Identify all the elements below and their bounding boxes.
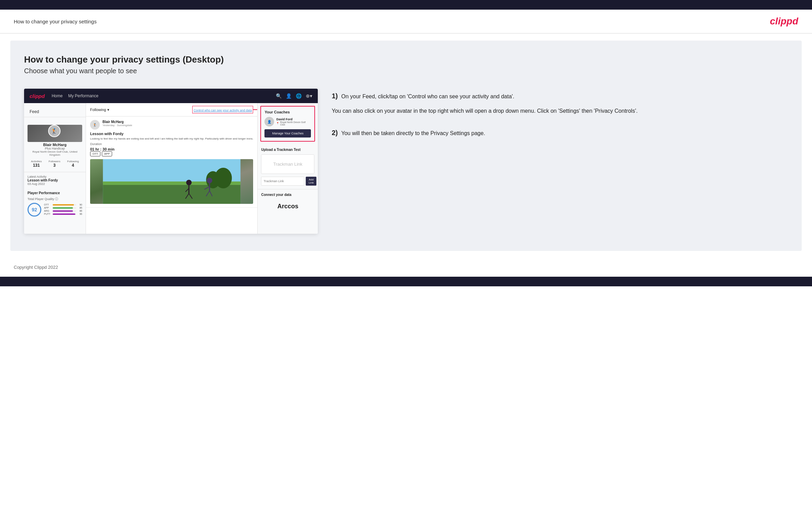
pp-title: Player Performance <box>28 191 82 195</box>
trackman-link-display: Trackman Link <box>261 154 314 174</box>
trackman-panel: Upload a Trackman Test Trackman Link Add… <box>258 144 318 189</box>
page-heading: How to change your privacy settings (Des… <box>24 54 788 65</box>
post-title: Lesson with Fordy <box>90 132 253 136</box>
bar-app: APP 85 <box>44 207 82 209</box>
post-avatar: 🏌 <box>90 120 100 130</box>
instruction-1-number: 1) <box>332 92 339 100</box>
page-subheading: Choose what you want people to see <box>24 67 788 75</box>
nav-my-performance: My Performance <box>68 93 98 98</box>
tag-app: APP <box>102 151 112 156</box>
coach-avatar: 👤 <box>264 117 274 126</box>
instruction-1: 1) On your Feed, click/tap on 'Control w… <box>332 92 788 115</box>
profile-avatar: 🏌 <box>48 125 61 137</box>
instruction-1-text-1: On your Feed, click/tap on 'Control who … <box>341 93 514 99</box>
pp-quality-label: Total Player Quality ⓘ <box>28 197 82 201</box>
post-duration-value: 01 hr : 30 min <box>90 147 253 151</box>
latest-activity-date: 03 Aug 2022 <box>28 182 82 186</box>
post-user-info: Blair McHarg Yesterday · Sunningdale <box>102 120 132 127</box>
tag-ott: OTT <box>90 151 100 156</box>
footer: Copyright Clippd 2022 <box>0 258 812 277</box>
latest-activity-title: Lesson with Fordy <box>28 178 82 182</box>
score-circle: 92 <box>28 203 41 217</box>
svg-point-5 <box>186 180 192 185</box>
header-title: How to change your privacy settings <box>14 19 97 24</box>
coach-info: David Ford 📍 Royal North Devon Golf Club <box>276 118 311 126</box>
app-mockup: clippd Home My Performance 🔍 👤 🌐 ⊕▾ <box>24 89 318 234</box>
golf-scene-svg <box>90 159 253 204</box>
feed-post: 🏌 Blair McHarg Yesterday · Sunningdale L… <box>86 117 257 208</box>
arccos-logo: Arccos <box>261 199 314 213</box>
post-duration-label: Duration <box>90 142 253 146</box>
instruction-1-header: 1) On your Feed, click/tap on 'Control w… <box>332 92 788 101</box>
app-nav: clippd Home My Performance 🔍 👤 🌐 ⊕▾ <box>24 89 318 103</box>
app-sidebar: Feed 🏌 Blair McHarg Plus Handicap Royal … <box>24 103 86 234</box>
main-content: How to change your privacy settings (Des… <box>10 41 802 251</box>
user-icon[interactable]: 👤 <box>286 93 292 99</box>
bar-ott: OTT 90 <box>44 203 82 206</box>
instruction-1-text-2: You can also click on your avatar in the… <box>332 107 788 115</box>
app-nav-links: Home My Performance <box>52 93 98 98</box>
trackman-input-row: Add Link <box>261 177 314 186</box>
profile-club: Royal North Devon Golf Club, United King… <box>28 150 82 156</box>
latest-activity-label: Latest Activity <box>28 175 82 178</box>
coach-item: 👤 David Ford 📍 Royal North Devon Golf Cl… <box>264 117 311 126</box>
two-col-layout: clippd Home My Performance 🔍 👤 🌐 ⊕▾ <box>24 89 788 234</box>
copyright: Copyright Clippd 2022 <box>14 265 58 270</box>
stat-activities: Activities 131 <box>31 160 42 168</box>
post-tags: OTT APP <box>90 151 253 156</box>
search-icon[interactable]: 🔍 <box>276 93 282 99</box>
svg-point-10 <box>207 178 212 183</box>
following-button[interactable]: Following ▾ <box>90 108 109 112</box>
profile-name: Blair McHarg <box>28 143 82 147</box>
instruction-2-header: 2) You will then be taken directly to th… <box>332 129 788 138</box>
avatar-icon[interactable]: ⊕▾ <box>306 93 312 99</box>
feed-image <box>90 159 253 204</box>
coaches-panel-highlighted: Your Coaches 👤 David Ford 📍 Royal North … <box>260 106 315 142</box>
manage-coaches-button[interactable]: Manage Your Coaches <box>264 129 311 137</box>
trackman-input[interactable] <box>261 177 304 186</box>
post-header: 🏌 Blair McHarg Yesterday · Sunningdale <box>90 120 253 130</box>
app-logo: clippd <box>30 93 45 99</box>
bottom-bar <box>0 277 812 286</box>
app-content: Feed 🏌 Blair McHarg Plus Handicap Royal … <box>24 103 318 234</box>
mockup-wrapper: clippd Home My Performance 🔍 👤 🌐 ⊕▾ <box>24 89 318 234</box>
profile-area: 🏌 Blair McHarg Plus Handicap Royal North… <box>24 117 86 172</box>
top-bar <box>0 0 812 10</box>
privacy-link[interactable]: Control who can see your activity and da… <box>194 109 252 112</box>
instructions: 1) On your Feed, click/tap on 'Control w… <box>332 89 788 152</box>
add-link-button[interactable]: Add Link <box>306 177 316 186</box>
logo: clippd <box>770 16 798 27</box>
post-username: Blair McHarg <box>102 120 132 124</box>
coaches-panel: Your Coaches 👤 David Ford 📍 Royal North … <box>261 107 314 141</box>
chevron-down-icon: ▾ <box>107 108 109 112</box>
arrow-line <box>253 109 258 110</box>
trackman-title: Upload a Trackman Test <box>261 148 314 152</box>
profile-subtitle: Plus Handicap <box>28 147 82 150</box>
connect-title: Connect your data <box>261 193 314 197</box>
nav-home: Home <box>52 93 63 98</box>
privacy-link-box: Control who can see your activity and da… <box>192 106 253 113</box>
coach-club: 📍 Royal North Devon Golf Club <box>276 121 311 126</box>
app-feed: Following ▾ Control who can see your act… <box>86 103 258 234</box>
latest-activity: Latest Activity Lesson with Fordy 03 Aug… <box>24 172 86 188</box>
instruction-2-text: You will then be taken directly to the P… <box>341 130 485 136</box>
pp-bars: OTT 90 APP 85 <box>44 203 82 216</box>
globe-icon[interactable]: 🌐 <box>296 93 302 99</box>
feed-tab[interactable]: Feed <box>24 107 86 117</box>
app-nav-right: 🔍 👤 🌐 ⊕▾ <box>276 93 312 99</box>
connect-panel: Connect your data Arccos <box>258 189 318 217</box>
coach-name: David Ford <box>276 118 311 121</box>
location-icon: 📍 <box>276 122 279 125</box>
bar-putt: PUTT 96 <box>44 213 82 215</box>
bar-arg: ARG 86 <box>44 210 82 212</box>
stats-row: Activities 131 Followers 3 Following 4 <box>28 160 82 168</box>
stat-followers: Followers 3 <box>48 160 60 168</box>
profile-banner: 🏌 <box>28 125 82 142</box>
stat-following: Following 4 <box>67 160 79 168</box>
feed-header: Following ▾ Control who can see your act… <box>86 103 257 117</box>
header: How to change your privacy settings clip… <box>0 10 812 34</box>
instruction-2-number: 2) <box>332 129 339 136</box>
instruction-2: 2) You will then be taken directly to th… <box>332 129 788 138</box>
app-right-panel: Your Coaches 👤 David Ford 📍 Royal North … <box>258 103 318 234</box>
coaches-title: Your Coaches <box>264 110 311 114</box>
